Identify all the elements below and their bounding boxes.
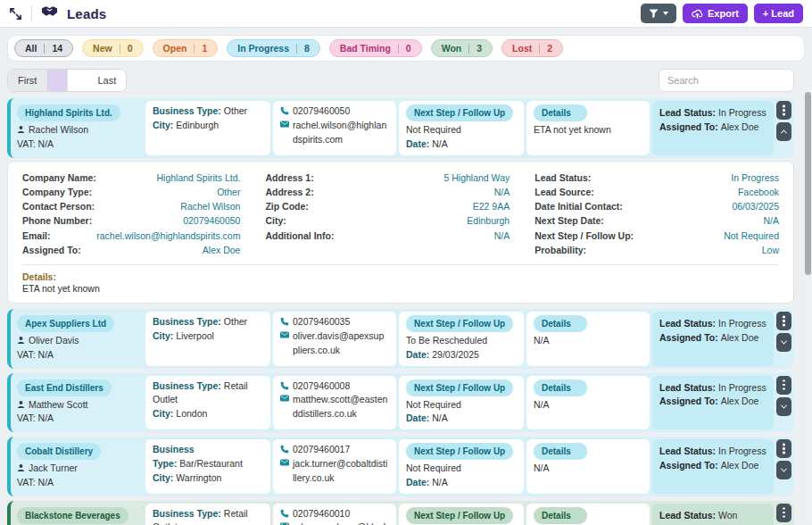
detail-field: Next Step / Follow Up: Not Required xyxy=(534,229,779,243)
search-input[interactable] xyxy=(659,69,794,92)
lead-next-step-cell: Next Step / Follow Up Not Required Date:… xyxy=(399,101,524,155)
details-text: N/A xyxy=(534,398,642,412)
detail-field: Contact Person: Rachel Wilson xyxy=(22,199,240,213)
chip-divider xyxy=(468,44,469,54)
city-value: Warrington xyxy=(176,472,221,483)
row-expand-button[interactable] xyxy=(776,122,791,141)
detail-field-label: Probability: xyxy=(534,243,586,257)
add-lead-button[interactable]: + Lead xyxy=(754,4,803,23)
lead-row[interactable]: Apex Suppliers Ltd Oliver Davis VAT: N/A… xyxy=(7,309,794,369)
lead-row[interactable]: Cobalt Distillery Jack Turner VAT: N/A B… xyxy=(7,437,794,496)
scrollbar-thumb[interactable] xyxy=(805,92,811,275)
pagination-row: First Last xyxy=(7,69,794,92)
next-step-value: Not Required xyxy=(406,462,517,476)
details-badge: Details xyxy=(534,104,587,121)
date-value: 29/03/2025 xyxy=(432,349,479,360)
phone-icon xyxy=(280,509,289,518)
export-label: Export xyxy=(708,8,739,19)
status-filter-chip[interactable]: Won 3 xyxy=(431,39,493,57)
pagination-first[interactable]: First xyxy=(8,70,47,91)
status-filter-chip[interactable]: All 14 xyxy=(14,39,73,57)
city-value: London xyxy=(176,408,207,419)
collapse-icon[interactable] xyxy=(9,7,22,21)
vat-label: VAT: xyxy=(17,412,36,423)
email-value: rebecca.adams@blackstonebeverages.co.uk xyxy=(293,521,389,525)
row-expand-button[interactable] xyxy=(776,461,791,479)
chevron-icon xyxy=(781,338,787,345)
row-expand-button[interactable] xyxy=(776,397,791,416)
lead-business-cell: Business Type:Other City:Edinburgh xyxy=(145,101,270,155)
lead-row[interactable]: East End Distillers Matthew Scott VAT: N… xyxy=(7,373,794,433)
chip-count: 1 xyxy=(202,43,207,54)
detail-field: Phone Number: 02079460050 xyxy=(22,213,240,228)
row-menu-button[interactable] xyxy=(776,312,791,330)
detail-field: Probability: Low xyxy=(534,243,779,257)
chip-divider xyxy=(194,44,195,54)
details-column-status: Lead Status: In Progress Lead Source: Fa… xyxy=(534,171,779,258)
date-label: Date: xyxy=(406,138,429,149)
row-menu-button[interactable] xyxy=(776,101,791,120)
detail-field-value: Other xyxy=(217,185,240,199)
row-menu-button[interactable] xyxy=(776,439,791,458)
detail-field: Date Initial Contact: 06/03/2025 xyxy=(534,199,779,213)
kebab-icon xyxy=(783,512,785,514)
lead-list: Highland Spirits Ltd. Rachel Wilson VAT:… xyxy=(7,98,794,525)
lead-row[interactable]: Highland Spirits Ltd. Rachel Wilson VAT:… xyxy=(7,98,794,158)
scrollbar-track[interactable] xyxy=(804,89,811,523)
vat-value: N/A xyxy=(38,412,54,423)
chip-divider xyxy=(44,44,45,54)
vat-line: VAT: N/A xyxy=(17,412,136,426)
next-step-badge: Next Step / Follow Up xyxy=(406,379,513,396)
email-value: rachel.wilson@highlandspirits.com xyxy=(293,119,389,147)
assigned-to-label: Assigned To: xyxy=(659,121,718,132)
kebab-icon xyxy=(783,384,785,387)
phone-icon xyxy=(280,381,289,390)
row-menu-button[interactable] xyxy=(776,376,791,395)
date-label: Date: xyxy=(406,412,429,423)
status-filter-chip[interactable]: In Progress 8 xyxy=(227,39,320,57)
page-title: Leads xyxy=(67,6,106,21)
lead-company-cell: Apex Suppliers Ltd Oliver Davis VAT: N/A xyxy=(13,312,143,366)
funnel-icon xyxy=(649,9,659,18)
details-column-contact: Company Name: Highland Spirits Ltd. Comp… xyxy=(22,171,240,258)
date-label: Date: xyxy=(406,477,429,488)
details-badge: Details xyxy=(534,379,587,396)
details-badge: Details xyxy=(534,443,587,460)
row-expand-button[interactable] xyxy=(776,333,791,352)
detail-field-value: In Progress xyxy=(731,171,779,185)
page-number-button[interactable] xyxy=(68,70,87,91)
assigned-to-label: Assigned To: xyxy=(659,460,718,471)
page-number-button[interactable] xyxy=(47,70,68,91)
chip-label: New xyxy=(93,43,112,54)
row-menu-button[interactable] xyxy=(776,504,791,522)
detail-field-label: Next Step / Follow Up: xyxy=(534,229,634,243)
kebab-icon xyxy=(783,109,785,112)
phone-value: 02079460017 xyxy=(293,443,350,457)
detail-field-value: Rachel Wilson xyxy=(180,199,240,213)
person-icon xyxy=(17,125,25,134)
status-filter-chip[interactable]: Lost 2 xyxy=(501,39,563,57)
lead-contact-cell: 02079460017 jack.turner@cobaltdistillery… xyxy=(273,439,396,494)
detail-field-label: City: xyxy=(265,213,286,228)
status-filter-chip[interactable]: Open 1 xyxy=(153,39,219,57)
assigned-to-label: Assigned To: xyxy=(659,396,718,406)
detail-field-value: Edinburgh xyxy=(467,213,510,228)
lead-row[interactable]: Blackstone Beverages Rebecca Adams VAT: … xyxy=(7,501,794,525)
vat-label: VAT: xyxy=(17,138,36,149)
status-filter-chip[interactable]: Bad Timing 0 xyxy=(329,39,422,57)
lead-status-label: Lead Status: xyxy=(659,107,716,118)
business-type-label: Business Type: xyxy=(153,316,221,327)
lead-details-cell: Details ETA not yet known xyxy=(526,101,650,155)
lead-details-cell: Details N/A xyxy=(526,312,650,366)
status-filter-chip[interactable]: New 0 xyxy=(82,39,143,57)
details-text: N/A xyxy=(534,334,642,348)
detail-field-value: N/A xyxy=(763,213,779,228)
export-button[interactable]: Export xyxy=(683,4,748,23)
pagination-last[interactable]: Last xyxy=(87,70,126,91)
email-icon xyxy=(280,121,289,128)
lead-details-cell: Details N/A xyxy=(526,504,650,525)
lead-status-value: In Progress xyxy=(718,446,766,456)
detail-field: Zip Code: E22 9AA xyxy=(265,199,510,213)
filter-button[interactable] xyxy=(641,4,676,23)
city-label: City: xyxy=(153,408,173,419)
